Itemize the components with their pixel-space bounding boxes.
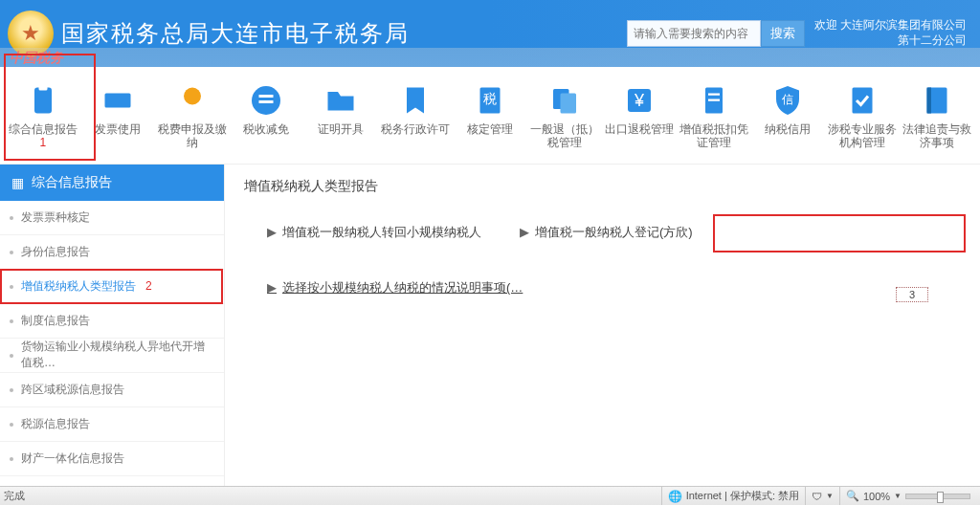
svg-rect-14 (708, 94, 720, 96)
toolbar-label: 税收减免 (243, 122, 289, 136)
status-internet: 🌐Internet | 保护模式: 禁用 (661, 487, 805, 505)
sub-item-convert-small[interactable]: ▶增值税一般纳税人转回小规模纳税人 (267, 224, 481, 241)
sidebar-item-tax-source[interactable]: 税源信息报告 (0, 407, 224, 442)
sidebar-item-identity[interactable]: 身份信息报告 (0, 235, 224, 270)
triangle-icon: ▶ (267, 280, 277, 295)
sidebar-item-label: 财产一体化信息报告 (21, 450, 124, 467)
toolbar-pro-service[interactable]: 涉税专业服务机构管理 (827, 84, 898, 150)
toolbar-label: 税费申报及缴纳 (157, 122, 228, 150)
main-toolbar: 综合信息报告1 发票使用 税费申报及缴纳 税收减免 证明开具 税务行政许可 税 … (0, 67, 980, 165)
sidebar-item-transport[interactable]: 货物运输业小规模纳税人异地代开增值税… (0, 339, 224, 373)
toolbar-label: 涉税专业服务机构管理 (827, 122, 898, 150)
sidebar-header: ▦ 综合信息报告 (0, 165, 224, 201)
sub-item-select-small[interactable]: ▶选择按小规模纳税人纳税的情况说明事项(… (267, 279, 523, 296)
status-zoom[interactable]: 🔍 100% ▼ (839, 487, 976, 505)
svg-rect-10 (560, 94, 576, 114)
svg-text:信: 信 (782, 93, 793, 106)
dropdown-icon: ▼ (894, 492, 902, 500)
toolbar-cert[interactable]: 证明开具 (305, 84, 376, 136)
zoom-icon: 🔍 (846, 490, 859, 502)
sidebar-item-label: 跨区域税源信息报告 (21, 382, 124, 398)
content-area: 增值税纳税人类型报告 ▶增值税一般纳税人转回小规模纳税人 ▶增值税一般纳税人登记… (225, 165, 980, 490)
main-layout: ▦ 综合信息报告 发票票种核定 身份信息报告 增值税纳税人类型报告 2 制度信息… (0, 165, 980, 490)
docs-icon (545, 84, 585, 117)
status-done: 完成 (4, 489, 25, 503)
status-internet-label: Internet | 保护模式: 禁用 (686, 489, 799, 503)
list-icon (246, 84, 286, 117)
toolbar-refund[interactable]: 一般退（抵）税管理 (529, 84, 600, 150)
search-input[interactable] (627, 20, 761, 47)
receipt-icon (694, 84, 734, 117)
toolbar-label: 税务行政许可 (381, 122, 450, 136)
sub-item-register-general[interactable]: ▶增值税一般纳税人登记(方欣) (520, 224, 693, 241)
toolbar-label: 出口退税管理 (605, 122, 674, 136)
sub-item-label: 选择按小规模纳税人纳税的情况说明事项(… (282, 279, 523, 296)
toolbar-label: 增值税抵扣凭证管理 (679, 122, 749, 150)
toolbar-label: 发票使用 (95, 122, 141, 136)
site-title: 国家税务总局大连市电子税务局 (61, 18, 410, 49)
toolbar-tax-declare[interactable]: 税费申报及缴纳 (157, 84, 228, 150)
toolbar-admin[interactable]: 税务行政许可 (380, 84, 451, 136)
sidebar-item-label: 税源信息报告 (21, 416, 90, 432)
sub-item-label: 增值税一般纳税人转回小规模纳税人 (282, 224, 481, 241)
toolbar-credit[interactable]: 信 纳税信用 (752, 84, 823, 136)
svg-text:¥: ¥ (634, 91, 645, 110)
sidebar-item-label: 身份信息报告 (21, 244, 90, 260)
sidebar-item-vat-type[interactable]: 增值税纳税人类型报告 2 (0, 270, 224, 304)
zoom-value: 100% (863, 491, 890, 502)
sidebar: ▦ 综合信息报告 发票票种核定 身份信息报告 增值税纳税人类型报告 2 制度信息… (0, 165, 225, 490)
grid-icon: ▦ (11, 175, 24, 190)
svg-rect-2 (104, 94, 130, 108)
ticket-icon (98, 84, 138, 117)
shield-off-icon: 🛡 (812, 491, 822, 502)
toolbar-report[interactable]: 综合信息报告1 (8, 84, 78, 150)
toolbar-tax-reduce[interactable]: 税收减免 (231, 84, 301, 136)
svg-rect-5 (259, 95, 274, 98)
toolbar-label: 一般退（抵）税管理 (529, 122, 600, 150)
toolbar-export[interactable]: ¥ 出口退税管理 (604, 84, 675, 136)
zoom-slider[interactable] (905, 494, 970, 499)
search-button[interactable]: 搜索 (761, 20, 805, 47)
toolbar-assess[interactable]: 税 核定管理 (455, 84, 525, 136)
svg-rect-1 (38, 85, 47, 91)
clipboard-icon (23, 84, 63, 117)
toolbar-legal[interactable]: 法律追责与救济事项 (902, 84, 972, 150)
dropdown-icon: ▼ (826, 492, 834, 500)
doc-check-icon (842, 84, 882, 117)
triangle-icon: ▶ (267, 225, 277, 239)
bookmark-icon (395, 84, 435, 117)
annotation-1: 1 (40, 136, 47, 149)
toolbar-label: 综合信息报告 (9, 122, 78, 136)
yen-icon: ¥ (619, 84, 659, 117)
globe-icon: 🌐 (668, 490, 682, 503)
sidebar-item-label: 增值税纳税人类型报告 (21, 278, 136, 295)
sidebar-item-policy[interactable]: 制度信息报告 (0, 304, 224, 339)
sidebar-item-invoice-type[interactable]: 发票票种核定 (0, 201, 224, 235)
sub-item-list: ▶增值税一般纳税人转回小规模纳税人 ▶增值税一般纳税人登记(方欣) ▶选择按小规… (244, 224, 961, 296)
svg-rect-19 (927, 88, 932, 114)
svg-rect-0 (34, 88, 52, 114)
toolbar-label: 核定管理 (467, 122, 513, 136)
coin-hand-icon (172, 84, 212, 117)
toolbar-label: 纳税信用 (765, 122, 811, 136)
sidebar-item-label: 制度信息报告 (21, 313, 90, 329)
sidebar-item-asset[interactable]: 财产一体化信息报告 (0, 442, 224, 476)
toolbar-vat-voucher[interactable]: 增值税抵扣凭证管理 (679, 84, 749, 150)
toolbar-invoice[interactable]: 发票使用 (82, 84, 153, 136)
triangle-icon: ▶ (520, 225, 529, 239)
browser-status-bar: 完成 🌐Internet | 保护模式: 禁用 🛡▼ 🔍 100% ▼ (0, 486, 980, 505)
book-icon (917, 84, 957, 117)
content-title: 增值税纳税人类型报告 (244, 178, 961, 195)
search-box: 搜索 (627, 20, 805, 47)
toolbar-label: 法律追责与救济事项 (902, 122, 972, 150)
svg-rect-17 (853, 88, 873, 114)
status-protected-mode[interactable]: 🛡▼ (805, 487, 839, 505)
tax-doc-icon: 税 (470, 84, 510, 117)
annotation-2: 2 (145, 279, 152, 293)
sidebar-item-cross-region[interactable]: 跨区域税源信息报告 (0, 373, 224, 407)
svg-rect-6 (259, 100, 274, 103)
sidebar-item-label: 货物运输业小规模纳税人异地代开增值税… (21, 339, 212, 371)
folder-icon (321, 84, 361, 117)
sub-item-label: 增值税一般纳税人登记(方欣) (535, 224, 693, 241)
shield-icon: 信 (768, 84, 808, 117)
